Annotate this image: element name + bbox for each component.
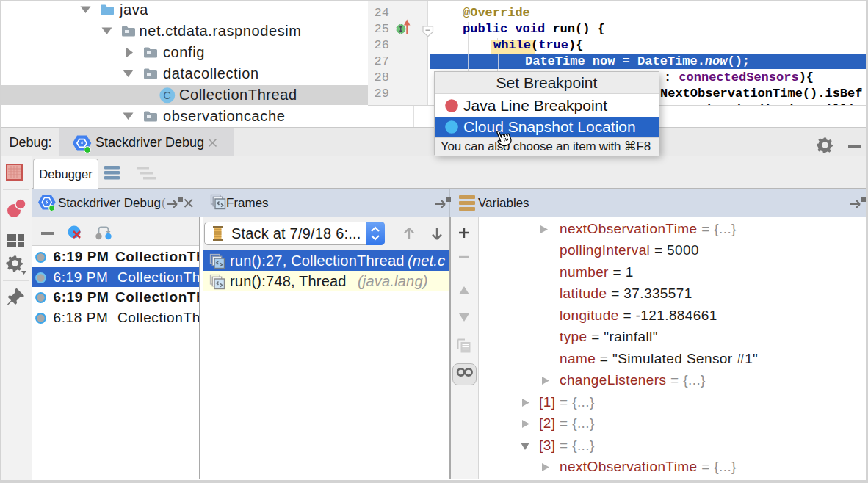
svg-text:C: C [163,90,171,101]
